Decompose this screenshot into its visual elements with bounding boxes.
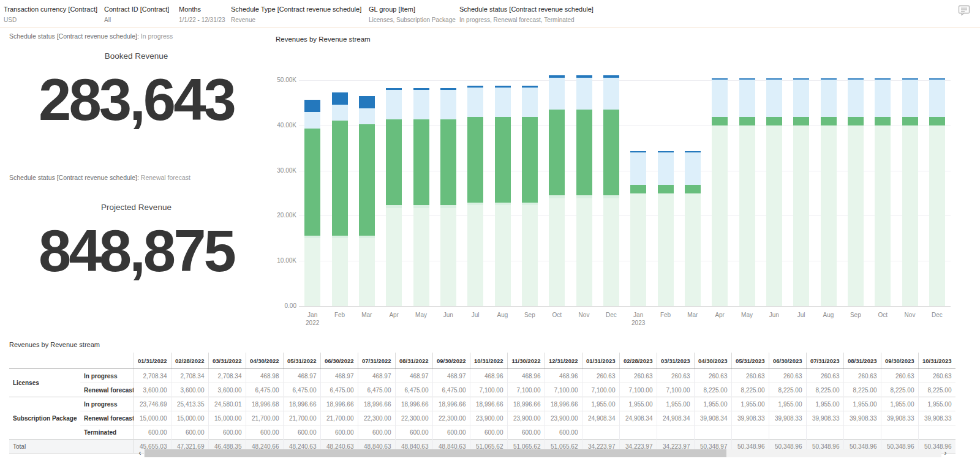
table-row-subscription-package-renewal-forecast: Renewal forecast15,000.0015,000.0015,000… xyxy=(9,411,956,425)
value-cell: 260.63 xyxy=(582,369,619,383)
bar-segment-licenses-renewal-forecast xyxy=(821,80,837,117)
x-axis-label: May xyxy=(734,312,761,318)
comment-icon xyxy=(957,4,971,18)
value-cell: 39,908.33 xyxy=(918,411,956,425)
bar-mar-2[interactable] xyxy=(359,96,375,306)
bar-apr-15[interactable] xyxy=(712,78,728,306)
bar-mar-14[interactable] xyxy=(685,151,701,306)
bar-segment-licenses-renewal-forecast xyxy=(902,80,918,117)
status-cell-in-progress: In progress xyxy=(80,397,134,411)
bar-sep-20[interactable] xyxy=(848,78,864,306)
bar-segment-subscription-package-in-progress xyxy=(495,117,511,203)
bar-nov-10[interactable] xyxy=(576,75,592,306)
bar-segment-licenses-renewal-forecast xyxy=(549,78,565,110)
value-cell: 7,100.00 xyxy=(507,383,545,397)
bar-segment-subscription-package-renewal-forecast xyxy=(929,125,945,306)
value-cell: 15,000.00 xyxy=(134,411,171,425)
bar-apr-3[interactable] xyxy=(386,88,402,306)
table-title: Revenues by Revenue stream xyxy=(9,341,100,348)
column-header-07-31-2022: 07/31/2022 xyxy=(358,353,395,369)
bar-aug-19[interactable] xyxy=(821,78,837,306)
table-hscrollbar[interactable]: ‹ › xyxy=(136,449,949,457)
bar-segment-subscription-package-in-progress xyxy=(386,119,402,205)
bar-oct-9[interactable] xyxy=(549,75,565,306)
hscrollbar-thumb[interactable] xyxy=(145,449,726,457)
value-cell: 600.00 xyxy=(246,425,283,440)
bar-segment-licenses-renewal-forecast xyxy=(522,88,538,117)
column-header-09-30-2022: 09/30/2022 xyxy=(432,353,470,369)
filter-label: Months xyxy=(179,6,225,13)
x-axis-label: Nov xyxy=(571,312,598,318)
bar-feb-1[interactable] xyxy=(332,92,348,306)
scroll-left-icon[interactable]: ‹ xyxy=(136,449,144,457)
bar-nov-22[interactable] xyxy=(902,78,918,306)
filter-gl-group-item[interactable]: GL group [Item]Licenses, Subscription Pa… xyxy=(369,6,456,24)
value-cell: 6,475.00 xyxy=(432,383,470,397)
bar-segment-subscription-package-in-progress xyxy=(902,117,918,125)
bar-segment-subscription-package-renewal-forecast xyxy=(821,125,837,306)
value-cell: 600.00 xyxy=(283,425,320,440)
filter-months[interactable]: Months1/1/22 - 12/31/23 xyxy=(179,6,225,24)
bar-dec-23[interactable] xyxy=(929,78,945,306)
y-axis-label: 10.00K xyxy=(276,257,296,264)
value-cell xyxy=(881,425,918,440)
filter-schedule-status-contract-revenue-schedule[interactable]: Schedule status [Contract revenue schedu… xyxy=(459,6,594,24)
column-header-04-30-2022: 04/30/2022 xyxy=(246,353,283,369)
value-cell: 39,908.33 xyxy=(806,411,843,425)
value-cell: 468.96 xyxy=(507,369,545,383)
bar-jan-2023-12[interactable] xyxy=(630,151,646,306)
filter-transaction-currency-contract[interactable]: Transaction currency [Contract]USD xyxy=(4,6,97,24)
bar-segment-subscription-package-renewal-forecast xyxy=(739,125,755,306)
kpi-booked-context: Schedule status [Contract revenue schedu… xyxy=(9,32,173,40)
gridline-0.00 xyxy=(299,306,951,307)
bar-segment-licenses-renewal-forecast xyxy=(630,152,646,184)
value-cell: 1,955.00 xyxy=(843,397,881,411)
value-cell: 7,100.00 xyxy=(657,383,694,397)
value-cell: 468.96 xyxy=(545,369,582,383)
comment-button[interactable] xyxy=(957,4,971,18)
bar-may-4[interactable] xyxy=(413,88,429,306)
bar-jun-17[interactable] xyxy=(766,78,782,306)
bar-aug-7[interactable] xyxy=(495,86,511,306)
column-header-10-31-2022: 10/31/2022 xyxy=(470,353,507,369)
value-cell: 1,955.00 xyxy=(806,397,843,411)
bar-jun-5[interactable] xyxy=(440,88,456,306)
value-cell: 22,300.00 xyxy=(358,411,395,425)
x-axis-label: Jan xyxy=(299,312,326,318)
bar-dec-11[interactable] xyxy=(603,75,619,306)
hscrollbar-track[interactable] xyxy=(144,449,941,457)
stream-cell-subscription-package: Subscription Package xyxy=(9,397,80,440)
scroll-right-icon[interactable]: › xyxy=(941,449,949,457)
bar-segment-subscription-package-renewal-forecast xyxy=(359,238,375,306)
value-cell: 24,908.34 xyxy=(582,411,619,425)
value-cell: 1,955.00 xyxy=(918,397,956,411)
bar-jul-6[interactable] xyxy=(467,86,483,306)
value-cell xyxy=(806,425,843,440)
filter-contract-id-contract[interactable]: Contract ID [Contract]All xyxy=(104,6,169,24)
bar-feb-13[interactable] xyxy=(658,151,674,306)
value-cell: 260.63 xyxy=(731,369,769,383)
kpi-projected-value: 848,875 xyxy=(9,222,263,280)
value-cell: 2,708.34 xyxy=(208,369,246,383)
value-cell: 23,900.00 xyxy=(545,411,582,425)
bar-oct-21[interactable] xyxy=(875,78,891,306)
value-cell xyxy=(843,425,881,440)
value-cell: 39,908.34 xyxy=(694,411,731,425)
x-axis-label: Aug xyxy=(489,312,516,318)
bar-segment-licenses-renewal-forecast xyxy=(685,152,701,184)
bar-may-16[interactable] xyxy=(739,78,755,306)
x-axis-label: Jul xyxy=(788,312,815,318)
bar-jul-18[interactable] xyxy=(793,78,809,306)
value-cell: 600.00 xyxy=(470,425,507,440)
bar-sep-8[interactable] xyxy=(522,86,538,306)
value-cell: 1,955.00 xyxy=(881,397,918,411)
value-cell: 6,475.00 xyxy=(283,383,320,397)
filter-schedule-type-contract-revenue-schedule[interactable]: Schedule Type [Contract revenue schedule… xyxy=(231,6,361,24)
value-cell: 21,700.00 xyxy=(246,411,283,425)
bar-segment-subscription-package-renewal-forecast xyxy=(793,125,809,306)
filter-value: All xyxy=(104,17,169,24)
bar-jan-2022-0[interactable] xyxy=(304,100,320,306)
value-cell: 468.97 xyxy=(432,369,470,383)
filter-value: USD xyxy=(4,17,97,24)
status-cell-renewal-forecast: Renewal forecast xyxy=(80,411,134,425)
